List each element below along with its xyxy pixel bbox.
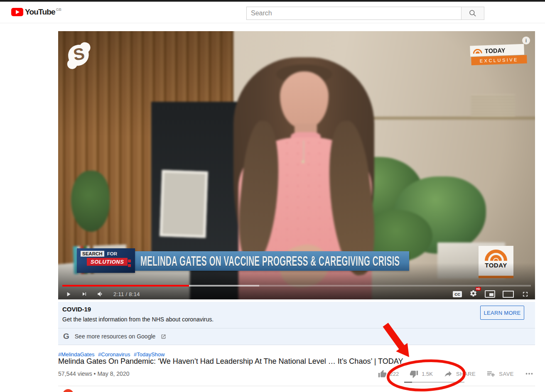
share-label: SHARE <box>456 371 476 377</box>
video-player-surface[interactable]: S i TODAY EXCLUSIVE SEARCH FOR SOLUTIONS <box>58 31 535 299</box>
captions-button[interactable]: CC <box>453 291 462 297</box>
youtube-wordmark: YouTube <box>25 7 55 17</box>
save-playlist-icon <box>486 369 496 378</box>
google-resources-link[interactable]: G See more resources on Google <box>63 332 166 341</box>
hashtag-link[interactable]: #Coronavirus <box>98 351 130 358</box>
progress-played <box>62 285 189 287</box>
info-letter: i <box>525 38 527 44</box>
region-label: GB <box>56 7 61 12</box>
share-button[interactable]: SHARE <box>444 369 476 378</box>
today-sunrise-icon <box>473 49 482 54</box>
views-and-date: 57,544 views • May 8, 2020 <box>58 370 129 377</box>
volume-button[interactable] <box>97 290 104 298</box>
solutions-word-search: SEARCH <box>81 251 104 257</box>
solutions-logo-decoration <box>128 260 131 262</box>
thumbs-down-icon <box>410 370 418 378</box>
share-icon <box>444 369 453 378</box>
header-bar: YouTube GB <box>0 2 545 23</box>
action-bar: 222 1.5K SHARE SAVE <box>378 369 534 378</box>
youtube-watch-page: YouTube GB <box>0 0 545 392</box>
volume-icon <box>97 290 104 298</box>
next-button[interactable] <box>81 291 88 297</box>
today-sunrise-icon <box>485 250 507 261</box>
thumbs-up-icon <box>378 370 387 378</box>
youtube-play-icon <box>11 8 23 16</box>
publish-date: May 8, 2020 <box>97 370 129 377</box>
hashtag-link[interactable]: #TodayShow <box>134 351 164 358</box>
theater-mode-button[interactable] <box>503 291 514 298</box>
search-icon <box>469 9 477 17</box>
more-actions-button[interactable] <box>525 369 534 378</box>
exclusive-brand: TODAY <box>485 47 506 54</box>
progress-bar[interactable] <box>62 285 531 287</box>
skype-watermark: S <box>66 42 92 70</box>
video-info-icon[interactable]: i <box>522 37 530 44</box>
hashtag-link[interactable]: #MelindaGates <box>58 351 94 358</box>
player-controls-left: 2:11 / 8:14 <box>65 288 140 299</box>
fullscreen-icon <box>521 290 529 298</box>
google-g-icon: G <box>63 332 69 341</box>
skype-s-letter: S <box>64 43 93 65</box>
search-input[interactable] <box>246 7 461 20</box>
dislike-count: 1.5K <box>422 371 433 377</box>
fullscreen-button[interactable] <box>521 290 529 298</box>
like-button[interactable]: 222 <box>378 370 399 378</box>
save-button[interactable]: SAVE <box>486 369 514 378</box>
time-display: 2:11 / 8:14 <box>113 291 140 297</box>
covid-info-panel: COVID-19 Get the latest information from… <box>58 302 535 345</box>
like-ratio-fill <box>404 382 412 383</box>
external-link-icon <box>161 334 166 339</box>
covid-panel-body: Get the latest information from the NHS … <box>62 316 214 323</box>
dislike-button[interactable]: 1.5K <box>410 370 433 378</box>
channel-avatar[interactable] <box>63 389 74 392</box>
dot-separator: • <box>94 370 96 377</box>
more-dots-icon <box>525 369 534 378</box>
save-label: SAVE <box>499 371 514 377</box>
play-button[interactable] <box>65 291 72 298</box>
settings-button[interactable]: HD <box>469 289 477 299</box>
view-count: 57,544 views <box>58 370 92 377</box>
next-icon <box>81 291 88 297</box>
like-dislike-ratio-bar[interactable] <box>404 382 464 383</box>
section-divider <box>58 386 535 386</box>
learn-more-button[interactable]: LEARN MORE <box>480 306 524 320</box>
like-count: 222 <box>390 371 399 377</box>
hd-quality-badge: HD <box>476 287 481 291</box>
google-resources-text: See more resources on Google <box>75 333 156 340</box>
player-controls-right: CC HD <box>453 288 529 299</box>
exclusive-badge-top: TODAY <box>470 44 524 57</box>
solutions-logo-row1: SEARCH FOR <box>81 251 135 256</box>
play-icon <box>65 291 72 298</box>
hashtag-row: #MelindaGates #Coronavirus #TodayShow <box>58 351 167 358</box>
youtube-logo[interactable]: YouTube GB <box>11 7 61 17</box>
video-title: Melinda Gates On Pandemic: ‘We Haven’t H… <box>58 357 482 366</box>
search-button[interactable] <box>461 7 484 20</box>
solutions-word-for: FOR <box>107 251 117 256</box>
today-exclusive-badge: TODAY EXCLUSIVE <box>470 44 527 66</box>
covid-panel-title: COVID-19 <box>62 306 91 313</box>
covid-panel-divider <box>58 328 535 328</box>
miniplayer-button[interactable] <box>485 290 495 298</box>
